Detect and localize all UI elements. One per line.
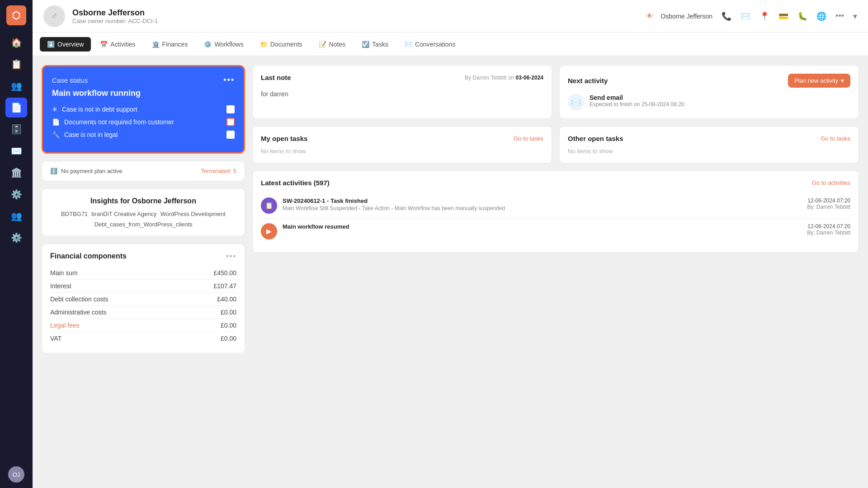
sidebar-item-home[interactable]: 🏠 <box>5 33 27 52</box>
latest-activities-card: Latest activities (597) Go to activities… <box>252 170 859 253</box>
financial-label-2: Debt collection costs <box>50 296 108 303</box>
activity-body-1: Main workflow resumed <box>283 223 802 231</box>
case-status-checkbox-2[interactable] <box>226 131 235 139</box>
insight-tag-2[interactable]: WordPress Development <box>160 211 226 217</box>
tab-activities-icon: 📅 <box>100 41 108 48</box>
sidebar-item-settings[interactable]: ⚙️ <box>5 228 27 248</box>
case-status-label-0: Case is not in debt support <box>62 106 137 113</box>
case-status-menu-icon[interactable]: ••• <box>223 75 235 85</box>
location-icon[interactable]: 📍 <box>760 11 769 21</box>
terminated-link[interactable]: Terminated: 5 <box>201 168 236 174</box>
chevron-down-icon[interactable]: ▾ <box>853 11 857 21</box>
last-note-card: Last note By Darren Tebbitt on 03-06-202… <box>252 65 552 119</box>
tab-documents[interactable]: 📁 Documents <box>253 37 310 52</box>
activities-header: Latest activities (597) Go to activities <box>261 179 850 187</box>
payment-info: ℹ️ No payment plan active <box>50 168 123 174</box>
my-tasks-header: My open tasks Go to tasks <box>261 135 543 142</box>
sidebar-item-workflows[interactable]: ⚙️ <box>5 184 27 204</box>
other-tasks-empty: No items to show <box>568 148 850 155</box>
activities-title: Latest activities (597) <box>261 179 330 187</box>
tab-conversations-icon: ✉️ <box>405 41 412 48</box>
go-to-activities-link[interactable]: Go to activities <box>812 179 850 186</box>
avatar[interactable]: OJ <box>8 466 24 483</box>
sidebar-item-users[interactable]: 👥 <box>5 206 27 226</box>
activity-row-1: ▶ Main workflow resumed 12-06-2024 07:20… <box>261 219 850 244</box>
activity-meta-0: 12-06-2024 07:20 By: Darren Tebbitt <box>807 197 850 210</box>
phone-icon[interactable]: 📞 <box>722 11 731 21</box>
financial-value-1: £107.47 <box>213 282 236 290</box>
more-icon[interactable]: ••• <box>835 11 844 21</box>
insights-tags: BDTBG71 branDiT Creative Agency WordPres… <box>50 211 236 228</box>
tab-notes-label: Notes <box>329 41 346 48</box>
financial-title: Financial components <box>50 252 127 260</box>
activity-title-0: SW-20240612-1 - Task finished <box>283 197 802 204</box>
last-note-content: for darren <box>261 87 543 101</box>
tab-notes[interactable]: 📝 Notes <box>311 37 353 52</box>
sidebar-item-email[interactable]: ✉️ <box>5 141 27 161</box>
tab-overview[interactable]: ⬇️ Overview <box>40 37 91 52</box>
plan-new-activity-button[interactable]: Plan new activity ▾ <box>788 74 850 88</box>
tab-workflows[interactable]: ⚙️ Workflows <box>197 37 250 52</box>
bug-icon[interactable]: 🐛 <box>797 11 807 21</box>
sidebar-item-bank[interactable]: 🏛️ <box>5 163 27 183</box>
financial-label-0: Main sum <box>50 269 78 277</box>
financial-header: Financial components ••• <box>50 252 236 260</box>
financial-value-3: £0.00 <box>221 309 236 316</box>
case-status-label-2: Case is not in legal <box>64 131 118 138</box>
tab-documents-label: Documents <box>270 41 302 48</box>
financial-value-2: £40.00 <box>217 296 236 303</box>
sidebar-item-cases[interactable]: 📋 <box>5 54 27 74</box>
other-tasks-title: Other open tasks <box>568 135 623 142</box>
my-tasks-card: My open tasks Go to tasks No items to sh… <box>252 126 552 163</box>
financial-label-1: Interest <box>50 282 71 290</box>
card-icon[interactable]: 💳 <box>778 11 788 21</box>
activity-row-0: 📋 SW-20240612-1 - Task finished Main Wor… <box>261 193 850 219</box>
next-activity-item: ✉️ Send email Expected to finish on 25-0… <box>568 94 850 110</box>
financial-label-4[interactable]: Legal fees <box>50 322 80 329</box>
activity-name: Send email <box>590 94 684 101</box>
sidebar-item-database[interactable]: 🗄️ <box>5 119 27 139</box>
case-status-checkbox-0[interactable] <box>226 105 235 113</box>
chevron-down-icon: ▾ <box>841 77 844 84</box>
next-activity-card: Next activity Plan new activity ▾ ✉️ Sen… <box>559 65 859 119</box>
eye-icon[interactable]: 👁 <box>646 12 653 20</box>
payment-text: No payment plan active <box>61 168 123 174</box>
email-icon[interactable]: ✉️ <box>741 11 750 21</box>
financial-row-4: Legal fees £0.00 <box>50 319 236 332</box>
financial-label-5: VAT <box>50 335 61 342</box>
tab-finances[interactable]: 🏛️ Finances <box>145 37 195 52</box>
insight-tag-0[interactable]: BDTBG71 <box>61 211 88 217</box>
tab-conversations[interactable]: ✉️ Conversations <box>397 37 463 52</box>
activity-sub-0: Main Workflow Still Suspended - Take Act… <box>283 205 802 211</box>
sidebar-logo[interactable] <box>6 5 26 25</box>
my-tasks-go-link[interactable]: Go to tasks <box>514 135 543 142</box>
tab-activities[interactable]: 📅 Activities <box>93 37 142 52</box>
other-tasks-go-link[interactable]: Go to tasks <box>821 135 850 142</box>
case-status-value: Main workflow running <box>52 89 235 98</box>
main-content: ♂ Osborne Jefferson Case owner number: A… <box>33 0 868 488</box>
last-note-title: Last note <box>261 74 291 81</box>
wrench-icon: 🔧 <box>52 131 60 138</box>
tab-finances-icon: 🏛️ <box>152 41 160 48</box>
left-column: Case status ••• Main workflow running ✳ … <box>42 65 245 479</box>
tab-tasks[interactable]: ☑️ Tasks <box>354 37 396 52</box>
financial-menu-icon[interactable]: ••• <box>226 252 236 260</box>
insight-tag-3[interactable]: Debt_cases_from_WordPress_clients <box>94 221 192 228</box>
other-tasks-header: Other open tasks Go to tasks <box>568 135 850 142</box>
globe-icon[interactable]: 🌐 <box>816 11 826 21</box>
financial-value-5: £0.00 <box>221 335 236 342</box>
sidebar-item-contacts[interactable]: 👥 <box>5 76 27 96</box>
next-activity-title: Next activity <box>568 77 608 84</box>
case-status-header: Case status ••• <box>52 75 235 85</box>
send-email-icon: ✉️ <box>568 94 584 110</box>
case-status-checkbox-1[interactable] <box>226 118 235 126</box>
tab-tasks-label: Tasks <box>372 41 388 48</box>
tab-activities-label: Activities <box>110 41 135 48</box>
activity-title-1: Main workflow resumed <box>283 223 802 230</box>
activity-icon-1: ▶ <box>261 223 277 239</box>
sidebar-item-records[interactable]: 📄 <box>5 98 27 117</box>
insight-tag-1[interactable]: branDiT Creative Agency <box>91 211 156 217</box>
activity-icon-0: 📋 <box>261 197 277 214</box>
financial-value-4: £0.00 <box>221 322 236 329</box>
activity-meta-1: 12-06-2024 07:20 By: Darren Tebbitt <box>807 223 850 236</box>
